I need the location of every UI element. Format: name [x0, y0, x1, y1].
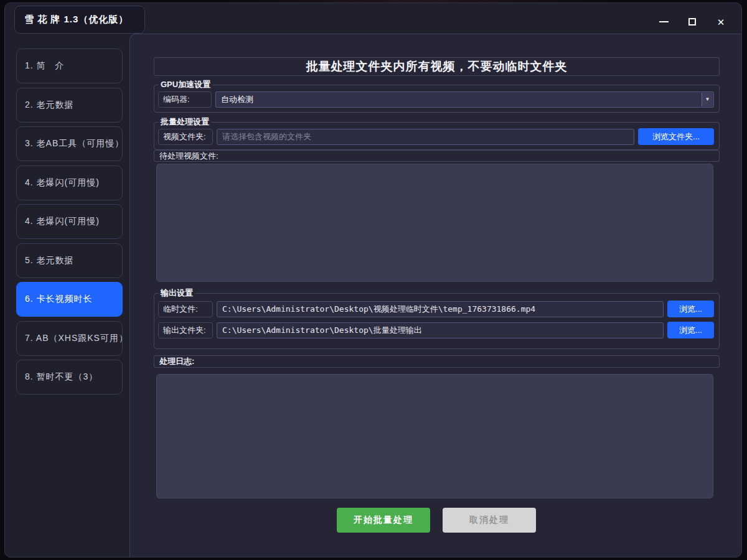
output-folder-row: 输出文件夹: 浏览... — [158, 322, 714, 338]
app-window: 雪 花 牌 1.3（优化版） ✕ 1. 简 介2. 老元数据3. 老AB工具（可… — [4, 2, 742, 558]
start-batch-button[interactable]: 开始批量处理 — [337, 508, 430, 533]
video-folder-row: 视频文件夹: 浏览文件夹... — [158, 128, 714, 145]
sidebar-item-label: 8. 暂时不更（3） — [25, 371, 98, 383]
sidebar-item-9[interactable]: 8. 暂时不更（3） — [16, 360, 123, 394]
chevron-down-icon[interactable]: ▼ — [702, 93, 713, 106]
window-title: 雪 花 牌 1.3（优化版） — [14, 6, 145, 34]
sidebar-item-label: 1. 简 介 — [25, 60, 65, 72]
encoder-dropdown[interactable]: 自动检测 ▼ — [215, 91, 714, 108]
pending-files-list[interactable] — [156, 164, 713, 282]
window-controls: ✕ — [658, 14, 726, 29]
output-folder-label: 输出文件夹: — [158, 322, 213, 338]
temp-file-row: 临时文件: 浏览... — [158, 301, 714, 317]
output-group-title: 输出设置 — [159, 288, 195, 298]
sidebar-item-3[interactable]: 3. 老AB工具（可用慢） — [16, 126, 123, 161]
encoder-selected-value: 自动检测 — [221, 94, 253, 105]
output-settings-group: 输出设置 临时文件: 浏览... 输出文件夹: 浏览... — [154, 293, 720, 349]
sidebar-item-label: 2. 老元数据 — [25, 100, 74, 111]
encoder-row: 编码器: 自动检测 ▼ — [158, 91, 714, 108]
cancel-button[interactable]: 取消处理 — [443, 508, 536, 533]
browse-folder-button[interactable]: 浏览文件夹... — [638, 128, 714, 145]
sidebar-item-6[interactable]: 5. 老元数据 — [16, 243, 123, 278]
sidebar-item-label: 5. 老元数据 — [25, 255, 74, 266]
video-folder-label: 视频文件夹: — [158, 129, 213, 145]
sidebar: 1. 简 介2. 老元数据3. 老AB工具（可用慢）4. 老爆闪(可用慢)4. … — [16, 49, 123, 394]
minimize-button[interactable] — [658, 16, 669, 27]
sidebar-item-label: 4. 老爆闪(可用慢) — [25, 177, 100, 189]
sidebar-item-1[interactable]: 1. 简 介 — [16, 49, 123, 83]
close-button[interactable]: ✕ — [715, 16, 726, 27]
window-title-text: 雪 花 牌 1.3（优化版） — [24, 14, 128, 26]
sidebar-item-label: 3. 老AB工具（可用慢） — [25, 138, 123, 149]
output-folder-input[interactable] — [217, 322, 664, 338]
pending-files-label: 待处理视频文件: — [159, 151, 218, 162]
video-folder-input[interactable] — [217, 129, 634, 145]
log-strip: 处理日志: — [154, 355, 720, 368]
sidebar-item-2[interactable]: 2. 老元数据 — [16, 88, 123, 123]
minimize-icon — [659, 21, 669, 22]
sidebar-item-4[interactable]: 4. 老爆闪(可用慢) — [16, 166, 123, 200]
maximize-icon — [688, 18, 696, 26]
page-title: 批量处理文件夹内所有视频，不要动临时文件夹 — [154, 57, 720, 76]
log-output-area[interactable] — [156, 374, 713, 498]
sidebar-item-8[interactable]: 7. AB（XHS跟KS可用） — [16, 321, 123, 356]
sidebar-item-7[interactable]: 6. 卡长视频时长 — [16, 282, 123, 317]
sidebar-item-5[interactable]: 4. 老爆闪(可用慢) — [16, 204, 123, 239]
temp-browse-button[interactable]: 浏览... — [667, 301, 714, 317]
gpu-settings-group: GPU加速设置 编码器: 自动检测 ▼ — [154, 85, 720, 113]
log-label: 处理日志: — [159, 356, 194, 367]
maximize-button[interactable] — [687, 16, 698, 27]
sidebar-item-label: 4. 老爆闪(可用慢) — [25, 216, 100, 227]
sidebar-item-label: 7. AB（XHS跟KS可用） — [25, 333, 123, 344]
pending-files-strip: 待处理视频文件: — [154, 150, 720, 162]
encoder-label: 编码器: — [158, 91, 212, 108]
batch-settings-group: 批量处理设置 视频文件夹: 浏览文件夹... — [154, 122, 720, 150]
temp-file-input[interactable] — [217, 301, 664, 317]
output-browse-button[interactable]: 浏览... — [667, 322, 714, 338]
batch-group-title: 批量处理设置 — [159, 117, 211, 127]
main-panel: 批量处理文件夹内所有视频，不要动临时文件夹 GPU加速设置 编码器: 自动检测 … — [129, 34, 741, 557]
close-icon: ✕ — [717, 17, 725, 27]
sidebar-item-label: 6. 卡长视频时长 — [25, 294, 93, 305]
page-title-text: 批量处理文件夹内所有视频，不要动临时文件夹 — [306, 58, 568, 75]
gpu-group-title: GPU加速设置 — [159, 80, 212, 90]
temp-file-label: 临时文件: — [158, 301, 213, 317]
